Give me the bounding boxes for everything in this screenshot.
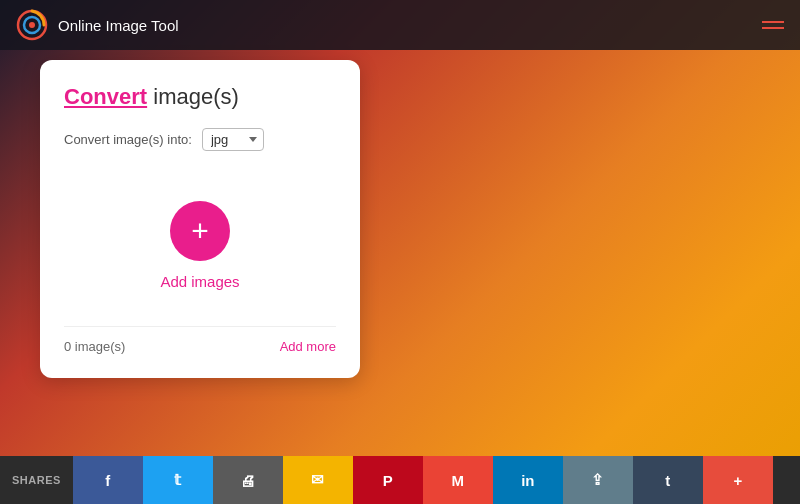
twitter-icon: 𝕥 bbox=[174, 471, 181, 489]
share-more-button[interactable]: + bbox=[703, 456, 773, 504]
print-icon: 🖨 bbox=[240, 472, 255, 489]
facebook-icon: f bbox=[105, 472, 110, 489]
format-select[interactable]: jpg png gif bmp webp tiff bbox=[202, 128, 264, 151]
pinterest-icon: P bbox=[383, 472, 393, 489]
share-tumblr-button[interactable]: t bbox=[633, 456, 703, 504]
share-pinterest-button[interactable]: P bbox=[353, 456, 423, 504]
hamburger-menu-icon[interactable] bbox=[762, 21, 784, 29]
gmail-icon: M bbox=[452, 472, 465, 489]
more-icon: + bbox=[733, 472, 742, 489]
convert-format-row: Convert image(s) into: jpg png gif bmp w… bbox=[64, 128, 336, 151]
tumblr-icon: t bbox=[665, 472, 670, 489]
card-title: Convert image(s) bbox=[64, 84, 336, 110]
email-icon: ✉ bbox=[311, 471, 324, 489]
shares-label: SHARES bbox=[0, 474, 73, 486]
divider bbox=[64, 326, 336, 327]
share-bar: SHARES f 𝕥 🖨 ✉ P M in ⇪ t + bbox=[0, 456, 800, 504]
share-twitter-button[interactable]: 𝕥 bbox=[143, 456, 213, 504]
image-count: 0 image(s) bbox=[64, 339, 125, 354]
share-misc-button[interactable]: ⇪ bbox=[563, 456, 633, 504]
share-icon: ⇪ bbox=[591, 471, 604, 489]
svg-point-2 bbox=[29, 22, 35, 28]
add-images-label: Add images bbox=[160, 273, 239, 290]
bottom-row: 0 image(s) Add more bbox=[64, 339, 336, 354]
logo-area: Online Image Tool bbox=[16, 9, 179, 41]
linkedin-icon: in bbox=[521, 472, 534, 489]
share-linkedin-button[interactable]: in bbox=[493, 456, 563, 504]
share-email-button[interactable]: ✉ bbox=[283, 456, 353, 504]
header: Online Image Tool bbox=[0, 0, 800, 50]
logo-icon bbox=[16, 9, 48, 41]
convert-card: Convert image(s) Convert image(s) into: … bbox=[40, 60, 360, 378]
share-print-button[interactable]: 🖨 bbox=[213, 456, 283, 504]
convert-link[interactable]: Convert bbox=[64, 84, 147, 109]
upload-area[interactable]: + Add images bbox=[64, 171, 336, 310]
share-facebook-button[interactable]: f bbox=[73, 456, 143, 504]
add-images-button[interactable]: + bbox=[170, 201, 230, 261]
share-gmail-button[interactable]: M bbox=[423, 456, 493, 504]
convert-label: Convert image(s) into: bbox=[64, 132, 192, 147]
add-more-link[interactable]: Add more bbox=[280, 339, 336, 354]
site-title: Online Image Tool bbox=[58, 17, 179, 34]
